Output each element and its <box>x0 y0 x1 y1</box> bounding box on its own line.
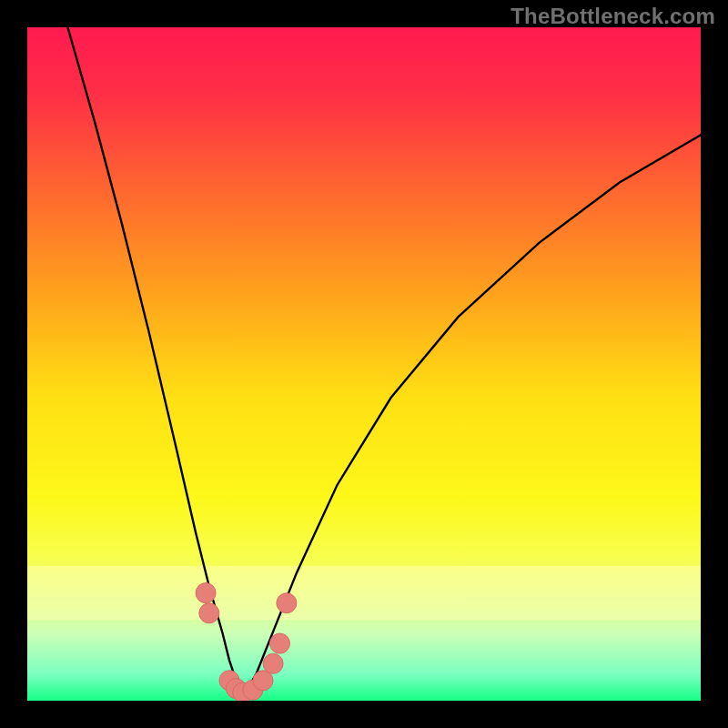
data-marker <box>196 583 216 603</box>
whitish-band <box>27 566 701 620</box>
data-marker <box>277 593 297 613</box>
data-marker <box>270 633 290 653</box>
outer-frame: TheBottleneck.com <box>0 0 728 728</box>
chart-svg <box>27 27 701 701</box>
data-marker <box>263 653 283 673</box>
data-marker <box>199 603 219 623</box>
watermark-text: TheBottleneck.com <box>511 4 715 29</box>
plot-area <box>27 27 701 701</box>
